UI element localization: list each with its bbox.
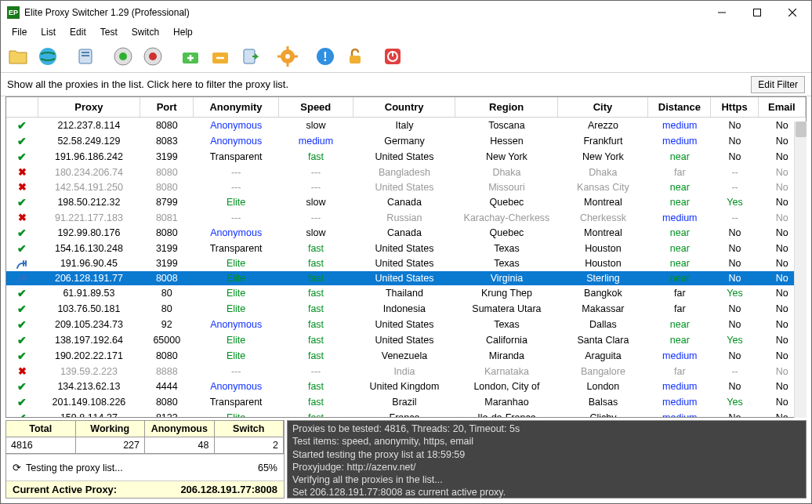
table-row[interactable]: ✔212.237.8.1148080AnonymousslowItalyTosc… [6,118,806,133]
check-icon: ✔ [17,318,27,331]
filter-bar: Show all the proxies in the list. Click … [1,73,811,96]
open-folder-button[interactable] [5,44,31,69]
power-button[interactable] [380,44,405,69]
remove-button[interactable] [208,44,233,69]
table-row[interactable]: ✔191.96.186.2423199TransparentfastUnited… [6,149,806,165]
lock-button[interactable] [343,44,368,69]
add-button[interactable] [178,44,203,69]
menu-edit[interactable]: Edit [63,25,92,39]
svg-point-4 [39,48,56,65]
check-icon: ✔ [17,350,27,362]
table-row[interactable]: ✔103.76.50.18180ElitefastIndonesiaSumate… [6,301,806,317]
menu-switch[interactable]: Switch [125,25,165,39]
menubar: File List Edit Test Switch Help [1,24,811,40]
scrollbar-thumb[interactable] [796,121,807,137]
test-start-button[interactable] [111,44,136,69]
settings-button[interactable] [275,44,300,69]
log-line: Proxies to be tested: 4816, Threads: 20,… [292,422,801,435]
svg-point-16 [285,54,290,59]
col-https[interactable]: Https [711,97,758,118]
minimize-button[interactable] [704,2,739,24]
check-icon: ✔ [17,380,27,393]
log-line: Set 206.128.191.77:8008 as current activ… [292,486,801,499]
table-row[interactable]: ✔201.149.108.2268080TransparentfastBrazi… [6,394,806,410]
col-city[interactable]: City [557,97,647,118]
log-panel[interactable]: Proxies to be tested: 4816, Threads: 20,… [287,420,807,499]
table-row[interactable]: ✔209.105.234.7392AnonymousfastUnited Sta… [6,317,806,332]
menu-file[interactable]: File [5,25,33,39]
col-distance[interactable]: Distance [648,97,711,118]
menu-help[interactable]: Help [167,25,199,39]
table-row[interactable]: ✔134.213.62.134444AnonymousfastUnited Ki… [6,379,806,394]
check-icon: ✔ [17,287,27,299]
check-icon: ✔ [17,119,27,132]
maximize-button[interactable] [739,2,774,24]
stats-anonymous: 48 [144,437,215,454]
globe-button[interactable] [35,44,60,69]
col-port[interactable]: Port [140,97,194,118]
titlebar: EP Elite Proxy Switcher 1.29 (Profession… [1,1,811,24]
check-icon: ✔ [17,303,27,315]
col-anonymity[interactable]: Anonymity [194,97,278,118]
close-button[interactable] [774,2,810,24]
check-icon: ✔ [17,242,27,255]
check-icon: ✔ [17,412,27,418]
cross-icon: ✖ [18,166,27,178]
filter-text[interactable]: Show all the proxies in the list. Click … [7,78,751,90]
current-proxy-bar: Current Active Proxy: 206.128.191.77:800… [6,480,284,498]
stats-switch: 2 [214,437,285,454]
scrollbar[interactable] [794,121,807,418]
svg-point-9 [119,53,127,60]
table-row[interactable]: ✖142.54.191.2508080------United StatesMi… [6,179,806,194]
col-status[interactable] [6,97,38,118]
check-icon: ✔ [17,196,27,208]
table-row[interactable]: ✔138.197.192.6465000ElitefastUnited Stat… [6,332,806,348]
plug-icon [16,258,28,270]
col-speed[interactable]: Speed [278,97,353,118]
check-icon: ✔ [17,396,27,408]
table-row[interactable]: ✔154.16.130.2483199TransparentfastUnited… [6,241,806,256]
table-row[interactable]: ✖180.234.206.748080------BangladeshDhaka… [6,165,806,179]
table-body: ✔212.237.8.1148080AnonymousslowItalyTosc… [6,118,806,418]
check-icon: ✔ [17,227,27,239]
col-region[interactable]: Region [455,97,557,118]
table-row[interactable]: ✔198.50.212.328799EliteslowCanadaQuebecM… [6,194,806,210]
svg-rect-23 [350,56,361,63]
svg-rect-1 [753,9,760,16]
menu-list[interactable]: List [34,25,62,39]
table-row[interactable]: ✖139.59.2.2238888------IndiaKarnatakaBan… [6,364,806,379]
toolbar: ! [1,40,811,73]
table-row[interactable]: ✔190.202.22.1718080ElitefastVenezuelaMir… [6,348,806,364]
table-row[interactable]: ✔61.91.89.5380ElitefastThailandKrung The… [6,285,806,301]
server-button[interactable] [73,44,98,69]
menu-test[interactable]: Test [94,25,124,39]
plug-icon [16,273,28,285]
log-line: Started testing the proxy list at 18:59:… [292,448,801,461]
test-stop-button[interactable] [140,44,165,69]
col-country[interactable]: Country [353,97,455,118]
export-button[interactable] [237,44,263,69]
log-line: Test items: speed, anonymity, https, ema… [292,435,801,448]
info-button[interactable]: ! [313,44,338,69]
testing-percent: 65% [258,462,277,473]
table-row[interactable]: 206.128.191.778008ElitefastUnited States… [6,271,806,286]
table-row[interactable]: ✔52.58.249.1298083AnonymousmediumGermany… [6,133,806,149]
svg-text:!: ! [323,50,327,63]
table-row[interactable]: ✔192.99.80.1768080AnonymousslowCanadaQue… [6,225,806,241]
stats-total: 4816 [5,437,76,454]
table-row[interactable]: 191.96.90.453199ElitefastUnited StatesTe… [6,256,806,271]
table-header: Proxy Port Anonymity Speed Country Regio… [6,97,806,118]
table-row[interactable]: ✔159.8.114.378123ElitefastFranceIle-de-F… [6,410,806,418]
testing-label: Testing the proxy list... [26,462,123,473]
edit-filter-button[interactable]: Edit Filter [751,76,805,93]
testing-status: ⟳ Testing the proxy list... 65% [6,454,284,480]
cross-icon: ✖ [18,365,27,377]
app-icon: EP [7,6,20,19]
col-email[interactable]: Email [758,97,805,118]
log-line: Proxyjudge: http://azenv.net/ [292,461,801,473]
stats-header-anonymous: Anonymous [144,420,215,437]
table-row[interactable]: ✖91.221.177.1838081------RussianKarachay… [6,210,806,225]
stats-working: 227 [75,437,146,454]
svg-rect-7 [82,55,89,56]
col-proxy[interactable]: Proxy [38,97,140,118]
